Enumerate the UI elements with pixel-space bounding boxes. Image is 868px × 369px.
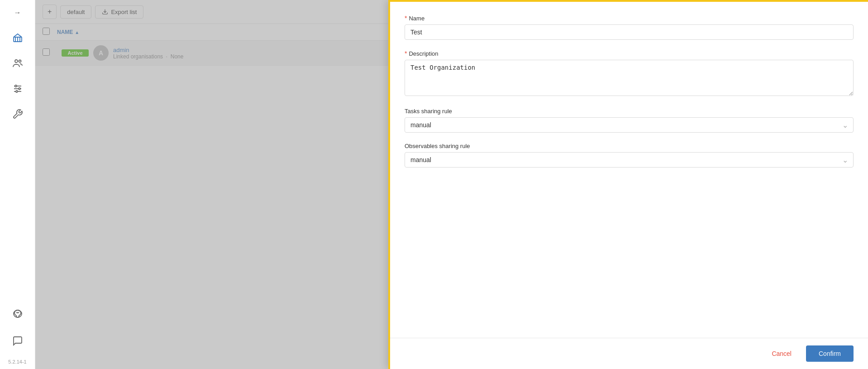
brain-icon xyxy=(12,308,23,319)
tasks-select[interactable]: manual auto none xyxy=(405,117,854,133)
observables-field-group: Observables sharing rule manual auto non… xyxy=(405,143,854,168)
panel-body: * Name * Description Tasks sharing rule … xyxy=(390,2,868,338)
cancel-button[interactable]: Cancel xyxy=(764,346,799,361)
chat-icon xyxy=(12,335,23,346)
svg-point-11 xyxy=(16,91,18,92)
arrow-icon: → xyxy=(14,9,21,17)
tasks-field-group: Tasks sharing rule manual auto none ⌄ xyxy=(405,108,854,133)
svg-point-5 xyxy=(19,60,21,62)
side-panel: * Name * Description Tasks sharing rule … xyxy=(388,0,868,369)
description-required-star: * xyxy=(405,50,407,57)
main-content: + default Export list NAME ▲ Active A xyxy=(35,0,388,369)
sidebar-item-brain[interactable] xyxy=(7,303,29,325)
description-textarea[interactable] xyxy=(405,60,854,96)
sidebar-item-tools[interactable] xyxy=(7,103,29,125)
tasks-select-wrapper: manual auto none ⌄ xyxy=(405,117,854,133)
name-label: * Name xyxy=(405,14,854,22)
tasks-label: Tasks sharing rule xyxy=(405,108,854,115)
observables-select-wrapper: manual auto none ⌄ xyxy=(405,152,854,168)
description-label: * Description xyxy=(405,50,854,57)
bank-icon xyxy=(12,33,23,43)
panel-footer: Cancel Confirm xyxy=(390,338,868,369)
name-input[interactable] xyxy=(405,24,854,40)
sidebar: → xyxy=(0,0,35,369)
controls-icon xyxy=(12,83,23,94)
sidebar-bottom: 5.2.14-1 xyxy=(7,301,29,364)
observables-select[interactable]: manual auto none xyxy=(405,152,854,168)
sidebar-item-bank[interactable] xyxy=(7,27,29,49)
version-label: 5.2.14-1 xyxy=(8,359,26,364)
svg-point-9 xyxy=(15,85,17,87)
sidebar-item-users[interactable] xyxy=(7,53,29,74)
description-field-group: * Description xyxy=(405,50,854,98)
sidebar-item-chat[interactable] xyxy=(7,330,29,352)
name-required-star: * xyxy=(405,14,407,22)
svg-point-10 xyxy=(19,88,20,90)
sidebar-arrow-btn[interactable]: → xyxy=(10,5,26,21)
observables-label: Observables sharing rule xyxy=(405,143,854,149)
svg-point-4 xyxy=(15,60,18,62)
confirm-button[interactable]: Confirm xyxy=(806,345,854,362)
users-icon xyxy=(12,58,23,69)
name-field-group: * Name xyxy=(405,14,854,40)
tools-icon xyxy=(12,109,23,120)
sidebar-item-controls[interactable] xyxy=(7,78,29,100)
overlay xyxy=(35,0,388,369)
